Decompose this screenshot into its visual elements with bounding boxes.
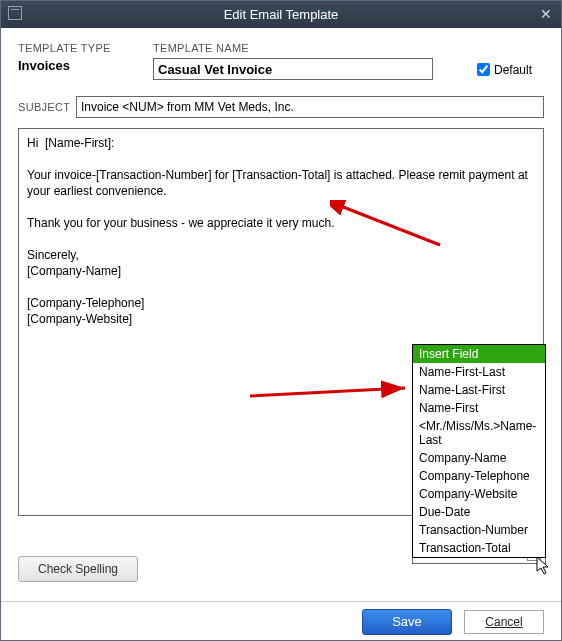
insert-field-option[interactable]: Company-Name [413, 449, 545, 467]
template-type-value: Invoices [18, 58, 153, 73]
insert-field-option[interactable]: Name-First-Last [413, 363, 545, 381]
insert-field-option[interactable]: Name-Last-First [413, 381, 545, 399]
window-title: Edit Email Template [224, 7, 339, 22]
default-checkbox-wrap[interactable]: Default [473, 60, 532, 79]
insert-field-option[interactable]: Company-Website [413, 485, 545, 503]
insert-field-option[interactable]: Transaction-Total [413, 539, 545, 557]
subject-input[interactable] [76, 96, 544, 118]
insert-field-popup[interactable]: Insert Field Name-First-Last Name-Last-F… [412, 344, 546, 558]
template-name-input[interactable] [153, 58, 433, 80]
insert-field-popup-header: Insert Field [413, 345, 545, 363]
save-button[interactable]: Save [362, 609, 452, 635]
template-name-label: TEMPLATE NAME [153, 42, 453, 54]
insert-field-option[interactable]: Due-Date [413, 503, 545, 521]
insert-field-option[interactable]: Company-Telephone [413, 467, 545, 485]
cancel-button[interactable]: Cancel [464, 610, 544, 634]
insert-field-option[interactable]: Transaction-Number [413, 521, 545, 539]
bottom-bar: Save Cancel [0, 601, 562, 641]
insert-field-option[interactable]: <Mr./Miss/Ms.>Name-Last [413, 417, 545, 449]
window-menu-icon[interactable] [8, 6, 22, 20]
insert-field-option[interactable]: Name-First [413, 399, 545, 417]
close-icon[interactable]: ✕ [540, 6, 552, 22]
default-checkbox[interactable] [477, 63, 490, 76]
template-type-label: TEMPLATE TYPE [18, 42, 153, 54]
check-spelling-button[interactable]: Check Spelling [18, 556, 138, 582]
default-checkbox-label: Default [494, 63, 532, 77]
subject-label: SUBJECT [18, 101, 76, 113]
titlebar: Edit Email Template ✕ [0, 0, 562, 28]
